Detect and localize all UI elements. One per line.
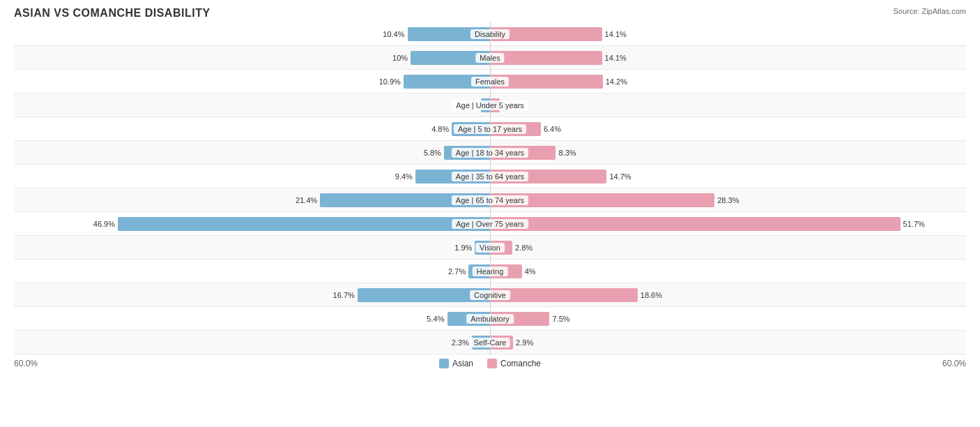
row-label: Hearing — [473, 267, 508, 276]
comanche-value: 14.1% — [605, 54, 627, 62]
row-label: Vision — [475, 243, 505, 253]
comanche-value: 7.5% — [552, 315, 569, 323]
chart-title: ASIAN VS COMANCHE DISABILITY — [14, 7, 966, 20]
row-label: Age | 65 to 74 years — [452, 195, 528, 205]
comanche-value: 6.4% — [544, 125, 561, 133]
asian-legend-label: Asian — [452, 359, 473, 368]
row-label: Age | Over 75 years — [452, 219, 528, 229]
row-label: Age | 18 to 34 years — [452, 148, 528, 158]
comanche-value: 14.1% — [605, 30, 627, 38]
chart-container: ASIAN VS COMANCHE DISABILITY Source: Zip… — [0, 0, 980, 427]
axis-line — [490, 22, 491, 354]
comanche-value: 14.2% — [606, 77, 627, 86]
comanche-legend-box — [487, 359, 497, 368]
comanche-bar — [490, 51, 602, 65]
asian-value: 1.9% — [454, 244, 472, 252]
asian-value: 10% — [392, 54, 408, 62]
comanche-value: 2.9% — [516, 338, 533, 347]
comanche-legend-label: Comanche — [500, 359, 541, 368]
comanche-bar — [490, 217, 901, 231]
axis-right-label: 60.0% — [942, 359, 966, 368]
asian-legend-box — [439, 359, 449, 368]
comanche-value: 2.8% — [515, 244, 533, 252]
legend: Asian Comanche — [38, 359, 942, 368]
row-label: Self-Care — [470, 338, 510, 347]
asian-value: 10.9% — [379, 77, 401, 86]
comanche-value: 4% — [525, 267, 536, 276]
asian-value: 10.4% — [383, 30, 404, 38]
row-label: Ambulatory — [466, 314, 514, 324]
comanche-value: 18.6% — [641, 291, 662, 299]
comanche-bar — [490, 288, 638, 302]
row-label: Disability — [470, 29, 510, 39]
comanche-value: 8.3% — [559, 149, 576, 157]
asian-value: 5.4% — [427, 315, 444, 323]
asian-value: 5.8% — [424, 149, 441, 157]
asian-value: 2.3% — [452, 338, 469, 347]
row-label: Cognitive — [470, 290, 510, 300]
row-label: Age | 35 to 64 years — [452, 172, 528, 181]
asian-value: 46.9% — [93, 220, 115, 228]
asian-bar — [118, 217, 490, 231]
legend-comanche: Comanche — [487, 359, 541, 368]
row-label: Age | 5 to 17 years — [454, 124, 526, 134]
chart-area: 10.4%14.1%Disability10%14.1%Males10.9%14… — [14, 22, 966, 354]
asian-value: 9.4% — [395, 172, 413, 181]
axis-left-label: 60.0% — [14, 359, 38, 368]
row-label: Age | Under 5 years — [452, 100, 528, 110]
comanche-value: 28.3% — [717, 196, 739, 204]
legend-asian: Asian — [439, 359, 473, 368]
comanche-value: 51.7% — [903, 220, 925, 228]
comanche-value: 14.7% — [609, 172, 631, 181]
row-label: Males — [475, 53, 504, 63]
asian-value: 4.8% — [431, 125, 449, 133]
source-label: Source: ZipAtlas.com — [893, 7, 966, 15]
chart-footer: 60.0% Asian Comanche 60.0% — [14, 359, 966, 368]
row-label: Females — [471, 77, 509, 87]
asian-value: 21.4% — [296, 196, 317, 204]
asian-value: 2.7% — [448, 267, 466, 276]
asian-value: 16.7% — [333, 291, 355, 299]
